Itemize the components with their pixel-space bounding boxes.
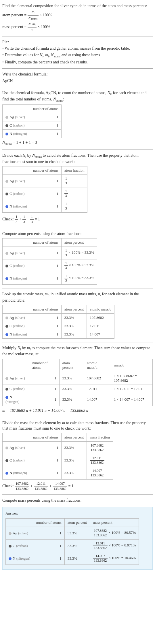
silver-dot-icon	[5, 116, 8, 119]
silver-dot-icon	[9, 532, 12, 535]
atomic-mass-table: number of atomsatom percentatomic mass/u…	[2, 305, 114, 339]
write-formula-title: Write the chemical formula:	[2, 71, 153, 77]
table-row: N (nitrogen)113 × 100% = 33.3%	[3, 272, 97, 285]
divider	[2, 68, 153, 69]
table-row: Ag (silver)133.3%107.8682133.8862	[3, 441, 113, 454]
table-row: C (carbon)113 × 100% = 33.3%	[3, 259, 97, 272]
silver-dot-icon	[5, 317, 8, 319]
carbon-dot-icon	[9, 545, 12, 548]
divider	[2, 36, 153, 36]
check-equation: Check: 13 + 13 + 13 = 1	[2, 214, 153, 224]
nitrogen-dot-icon	[5, 333, 8, 336]
chemical-formula: AgCN	[2, 78, 153, 84]
atom-percents: Compute atom percents using the atom fra…	[2, 231, 153, 285]
carbon-dot-icon	[5, 124, 8, 127]
table-row: C (carbon)1	[3, 121, 62, 129]
nitrogen-dot-icon	[5, 205, 8, 208]
atom-percents-table: number of atomsatom percent Ag (silver)1…	[2, 238, 97, 285]
table-row: C (carbon)133.3%12.011133.8862	[3, 454, 113, 467]
plan-bullet-3: • Finally, compute the percents and chec…	[2, 59, 153, 65]
answer-table: number of atomsatom percentmass percent …	[5, 518, 139, 565]
carbon-dot-icon	[5, 388, 8, 391]
silver-dot-icon	[5, 252, 8, 255]
divider	[2, 228, 153, 228]
table-row: Ag (silver)1	[3, 113, 62, 121]
table-row: N (nitrogen)133.3%14.007	[3, 330, 114, 338]
natoms-equation: Natoms = 1 + 1 + 1 = 3	[2, 140, 153, 146]
atoms-table: number of atoms Ag (silver)1 C (carbon)1…	[2, 104, 62, 138]
nitrogen-dot-icon	[5, 277, 8, 280]
nitrogen-dot-icon	[9, 557, 12, 560]
table-row: N (nitrogen)133.3%14.007133.8862	[3, 467, 113, 479]
molecular-mass-equation: m = 107.8682 u + 12.011 u + 14.007 u = 1…	[2, 408, 153, 414]
atomic-mass-text: Look up the atomic mass, mi, in unified …	[2, 291, 153, 303]
table-row: Ag (silver)133.3%107.86821 × 107.8682 = …	[3, 372, 153, 385]
nitrogen-dot-icon	[5, 396, 8, 399]
nitrogen-dot-icon	[5, 133, 8, 135]
divider	[2, 150, 153, 150]
carbon-dot-icon	[5, 193, 8, 195]
table-row: N (nitrogen)133.3%14.0071 × 14.007 = 14.…	[3, 393, 153, 406]
plan-bullet-1: • Write the chemical formula and gather …	[2, 46, 153, 51]
divider	[2, 87, 153, 87]
table-row: Ag (silver)113	[3, 175, 87, 187]
nitrogen-dot-icon	[5, 472, 8, 475]
intro: Find the elemental composition for silve…	[2, 3, 153, 33]
mass-each-table: number of atomsatom percentatomic mass/u…	[2, 359, 153, 406]
mass-fractions: Divide the mass for each element by m to…	[2, 420, 153, 491]
mass-fractions-table: number of atomsatom percentmass fraction…	[2, 433, 113, 480]
silver-dot-icon	[5, 180, 8, 183]
carbon-dot-icon	[5, 459, 8, 462]
mass-fractions-text: Divide the mass for each element by m to…	[2, 420, 153, 431]
atom-fractions-table: number of atomsatom fraction Ag (silver)…	[2, 166, 87, 213]
count-atoms: Use the chemical formula, AgCN, to count…	[2, 90, 153, 146]
carbon-dot-icon	[5, 265, 8, 267]
table-row: Ag (silver)133.3%107.8682133.8862 × 100%…	[6, 527, 139, 540]
silver-dot-icon	[5, 447, 8, 449]
table-row: N (nitrogen)1	[3, 129, 62, 138]
table-row: Ag (silver)113 × 100% = 33.3%	[3, 247, 97, 259]
mass-percents-text: Compute mass percents using the mass fra…	[2, 498, 153, 503]
answer-title: Answer:	[5, 511, 150, 516]
intro-text: Find the elemental composition for silve…	[2, 3, 153, 9]
count-atoms-text: Use the chemical formula, AgCN, to count…	[2, 90, 153, 103]
check-equation: Check: 107.8682133.8862 + 12.011133.8862…	[2, 481, 153, 491]
atom-fractions: Divide each Ni by Natoms to calculate at…	[2, 153, 153, 224]
divider	[2, 417, 153, 417]
mass-percents: Compute mass percents using the mass fra…	[2, 498, 153, 503]
atom-fractions-text: Divide each Ni by Natoms to calculate at…	[2, 153, 153, 164]
answer-box: Answer: number of atomsatom percentmass …	[2, 507, 153, 570]
plan: Plan: • Write the chemical formula and g…	[2, 39, 153, 65]
atom-percents-text: Compute atom percents using the atom fra…	[2, 231, 153, 237]
table-row: C (carbon)133.3%12.011	[3, 322, 114, 330]
mass-percent-formula: mass percent = Ni mim × 100%	[2, 22, 153, 32]
atomic-mass: Look up the atomic mass, mi, in unified …	[2, 291, 153, 338]
silver-dot-icon	[5, 377, 8, 380]
table-row: N (nitrogen)133.3%14.007133.8862 × 100% …	[6, 552, 139, 565]
mass-each-text: Multiply Ni by mi to compute the mass fo…	[2, 345, 153, 357]
table-row: C (carbon)133.3%12.011133.8862 × 100% = …	[6, 540, 139, 552]
plan-bullet-2: • Determine values for Ni, mi, Natoms an…	[2, 52, 153, 59]
write-formula: Write the chemical formula: AgCN	[2, 71, 153, 84]
carbon-dot-icon	[5, 325, 8, 328]
atom-percent-formula: atom percent = NiNatoms × 100%	[2, 10, 153, 21]
col-natoms: number of atoms	[30, 104, 61, 113]
plan-title: Plan:	[2, 39, 153, 45]
table-row: Ag (silver)133.3%107.8682	[3, 313, 114, 322]
table-row: C (carbon)133.3%12.0111 × 12.011 = 12.01…	[3, 385, 153, 393]
divider	[2, 342, 153, 342]
divider	[2, 494, 153, 495]
divider	[2, 288, 153, 288]
table-row: C (carbon)113	[3, 187, 87, 200]
table-row: N (nitrogen)113	[3, 200, 87, 213]
mass-each: Multiply Ni by mi to compute the mass fo…	[2, 345, 153, 414]
